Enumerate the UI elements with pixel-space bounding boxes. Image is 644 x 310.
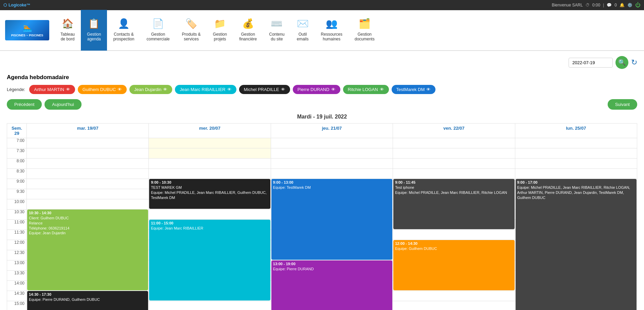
jean-d-name: Jean Dujardin bbox=[134, 87, 161, 92]
calendar-cell[interactable] bbox=[149, 169, 271, 179]
bell-icon[interactable]: 🔔 bbox=[620, 3, 625, 7]
calendar-cell[interactable] bbox=[27, 138, 149, 148]
calendar-cell[interactable]: 14:30 - 17:30Equipe: Pierre DURAND, Guil… bbox=[27, 291, 149, 301]
time-row: 8:30 bbox=[7, 169, 637, 179]
calendar-cell[interactable] bbox=[515, 138, 637, 148]
calendar-cell[interactable] bbox=[27, 199, 149, 209]
welcome-text: Bienvenue SARL bbox=[552, 3, 583, 7]
calendar-cell[interactable] bbox=[27, 148, 149, 159]
nav-site-label: Contenudu site bbox=[269, 32, 284, 41]
nav-humaines-label: Ressourceshumaines bbox=[321, 32, 342, 41]
calendar-cell[interactable]: 13:00 - 19:00Equipe: Pierre DURAND bbox=[271, 260, 393, 271]
event-block[interactable]: 9:00 - 17:00Equipe: Michel PRADILLE, Jea… bbox=[516, 179, 637, 310]
calendar-cell[interactable] bbox=[149, 159, 271, 169]
nav-agenda[interactable]: 📋 Gestionagenda bbox=[81, 10, 107, 51]
event-block[interactable]: 11:00 - 15:00Equipe: Jean Marc RIBAILLIE… bbox=[149, 220, 270, 300]
legend-pierre[interactable]: Pierre DURAND 👁 bbox=[293, 85, 340, 94]
next-button[interactable]: Suivant bbox=[608, 99, 637, 110]
content-area: 🔍 ↻ Agenda hebdomadaire Légende: Arthur … bbox=[0, 51, 644, 310]
event-block[interactable]: 12:00 - 14:30Equipe: Guilhem DUBUC bbox=[393, 240, 514, 290]
calendar-cell[interactable] bbox=[393, 138, 515, 148]
calendar-cell[interactable] bbox=[393, 159, 515, 169]
calendar-cell[interactable] bbox=[271, 169, 393, 179]
power-icon[interactable]: ⏻ bbox=[635, 2, 641, 8]
legend-jean-m[interactable]: Jean Marc RIBAILLIER 👁 bbox=[175, 85, 236, 94]
nav-financiere[interactable]: 💰 Gestionfinancière bbox=[233, 10, 263, 51]
legend-jean-d[interactable]: Jean Dujardin 👁 bbox=[129, 85, 172, 94]
calendar-header: Sem.29 mar. 19/07 mer. 20/07 jeu. 21/07 … bbox=[7, 124, 637, 138]
calendar-cell[interactable] bbox=[27, 179, 149, 189]
emails-icon: ✉️ bbox=[297, 18, 309, 29]
event-block[interactable]: 10:30 - 14:30Client: Guilhem DUBUCRelanc… bbox=[27, 209, 148, 290]
nav-site[interactable]: ⌨️ Contenudu site bbox=[263, 10, 290, 51]
time-label: 11:00 bbox=[7, 220, 27, 230]
top-bar-right: Bienvenue SARL ⏱ 0:00 | 💬 0 🔔 ⚙️ ⏻ bbox=[552, 2, 641, 8]
nav-projets[interactable]: 📁 Gestionprojets bbox=[207, 10, 233, 51]
calendar-cell[interactable]: 10:30 - 14:30Client: Guilhem DUBUCRelanc… bbox=[27, 209, 149, 220]
logo-icon: ⬡ bbox=[3, 3, 7, 7]
nav-emails[interactable]: ✉️ Outilemails bbox=[291, 10, 315, 51]
calendar-cell[interactable] bbox=[393, 148, 515, 159]
time-row: 8:00 bbox=[7, 159, 637, 169]
time-label: 8:00 bbox=[7, 159, 27, 169]
nav-contacts[interactable]: 👤 Contacts &prospection bbox=[107, 10, 140, 51]
calendar-cell[interactable] bbox=[149, 148, 271, 159]
nav-tableau-label: Tableaude bord bbox=[60, 32, 75, 41]
prev-button[interactable]: Précédent bbox=[7, 99, 42, 110]
calendar-cell[interactable]: 9:00 - 17:00Equipe: Michel PRADILLE, Jea… bbox=[515, 179, 637, 189]
event-block[interactable]: 14:30 - 17:30Equipe: Pierre DURAND, Guil… bbox=[27, 291, 148, 310]
calendar-cell[interactable]: 9:00 - 13:00Equipe: TestMarek DM bbox=[271, 179, 393, 189]
time-label: 9:30 bbox=[7, 189, 27, 199]
legend-guilhem[interactable]: Guilhem DUBUC 👁 bbox=[78, 85, 127, 94]
legend-ritchie[interactable]: Ritchie LOGAN 👁 bbox=[343, 85, 389, 94]
calendar-cell[interactable] bbox=[149, 301, 271, 310]
calendar-cell[interactable]: 11:00 - 15:00Equipe: Jean Marc RIBAILLIE… bbox=[149, 220, 271, 230]
calendar-cell[interactable]: 12:00 - 14:30Equipe: Guilhem DUBUC bbox=[393, 240, 515, 250]
calendar-cell[interactable] bbox=[271, 138, 393, 148]
time-row: 7:00 bbox=[7, 138, 637, 148]
nav-services[interactable]: 🏷️ Produits &services bbox=[176, 10, 207, 51]
calendar-cell[interactable] bbox=[149, 209, 271, 220]
search-button[interactable]: 🔍 bbox=[615, 56, 628, 69]
calendar-cell[interactable] bbox=[27, 159, 149, 169]
nav-contacts-label: Contacts &prospection bbox=[113, 32, 134, 41]
settings-icon[interactable]: ⚙️ bbox=[627, 3, 632, 7]
time-label: 15:00 bbox=[7, 301, 27, 310]
calendar-cell[interactable] bbox=[393, 291, 515, 301]
nav-financiere-label: Gestionfinancière bbox=[239, 32, 257, 41]
calendar-cell[interactable] bbox=[393, 169, 515, 179]
calendar-cell[interactable] bbox=[27, 169, 149, 179]
calendar-cell[interactable] bbox=[271, 148, 393, 159]
calendar-table: Sem.29 mar. 19/07 mer. 20/07 jeu. 21/07 … bbox=[7, 123, 637, 310]
legend-testmarek[interactable]: TestMarek DM 👁 bbox=[392, 85, 436, 94]
logo: ⬡ Logicoke™ bbox=[3, 3, 31, 7]
calendar-cell[interactable] bbox=[393, 230, 515, 240]
event-block[interactable]: 13:00 - 19:00Equipe: Pierre DURAND bbox=[271, 260, 392, 310]
calendar-cell[interactable] bbox=[515, 148, 637, 159]
event-block[interactable]: 9:00 - 13:00Equipe: TestMarek DM bbox=[271, 179, 392, 260]
calendar-cell[interactable] bbox=[271, 159, 393, 169]
time-label: 11:30 bbox=[7, 230, 27, 240]
legend-michel[interactable]: Michel PRADILLE 👁 bbox=[239, 85, 290, 94]
calendar-cell[interactable] bbox=[149, 138, 271, 148]
calendar-cell[interactable]: 9:00 - 11:45Test iphoneEquipe: Michel PR… bbox=[393, 179, 515, 189]
calendar-cell[interactable] bbox=[515, 169, 637, 179]
calendar-cell[interactable]: 9:00 - 10:30TEST MAREK GMEquipe: Michel … bbox=[149, 179, 271, 189]
nav-humaines[interactable]: 👥 Ressourceshumaines bbox=[315, 10, 348, 51]
nav-tableau[interactable]: 🏠 Tableaude bord bbox=[54, 10, 81, 51]
event-block[interactable]: 9:00 - 11:45Test iphoneEquipe: Michel PR… bbox=[393, 179, 514, 229]
calendar-cell[interactable] bbox=[393, 301, 515, 310]
nav-agenda-label: Gestionagenda bbox=[87, 32, 101, 41]
chat-icon[interactable]: 💬 bbox=[607, 3, 612, 7]
nav-commerciale[interactable]: 📄 Gestioncommerciale bbox=[140, 10, 176, 51]
legend-arthur[interactable]: Arthur MARTIN 👁 bbox=[29, 85, 75, 94]
calendar-cell[interactable] bbox=[515, 159, 637, 169]
col-ven: ven. 22/07 bbox=[393, 124, 515, 138]
main-nav: 🏊 PISCINES ~ PISCINES 🏠 Tableaude bord 📋… bbox=[0, 10, 644, 51]
today-button[interactable]: Aujourd'hui bbox=[44, 99, 82, 110]
nav-documents[interactable]: 🗂️ Gestiondocuments bbox=[348, 10, 381, 51]
date-filter-input[interactable] bbox=[569, 58, 613, 68]
refresh-button[interactable]: ↻ bbox=[631, 58, 637, 67]
event-block[interactable]: 9:00 - 10:30TEST MAREK GMEquipe: Michel … bbox=[149, 179, 270, 209]
calendar-cell[interactable] bbox=[27, 189, 149, 199]
